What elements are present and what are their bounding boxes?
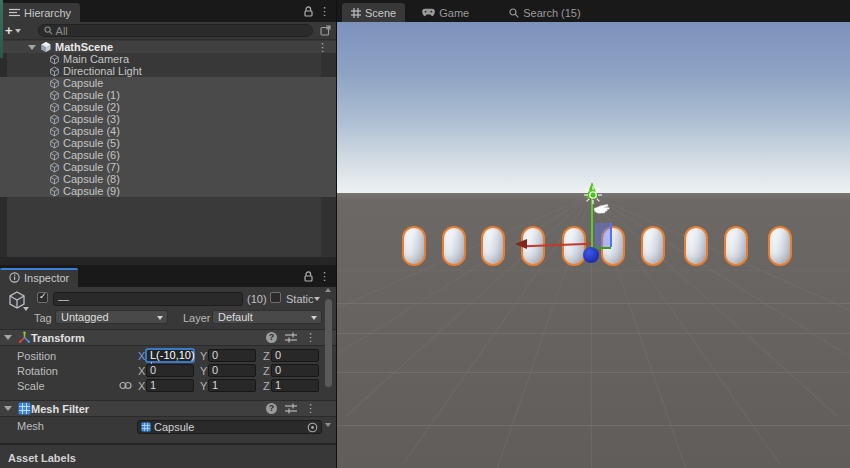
- layer-label: Layer: [183, 312, 211, 324]
- hierarchy-search-input[interactable]: All: [38, 24, 313, 37]
- hierarchy-item-capsule-6[interactable]: Capsule (6): [0, 149, 336, 161]
- help-icon[interactable]: ?: [266, 332, 277, 343]
- scale-z-field[interactable]: 1: [271, 379, 319, 392]
- hierarchy-item-capsule-9[interactable]: Capsule (9): [0, 185, 336, 197]
- scene-capsule-1[interactable]: [442, 226, 466, 266]
- inspector-body: — (10) Static Tag Untagged Layer Default: [0, 287, 336, 443]
- scene-menu-icon[interactable]: ⋮: [317, 42, 328, 53]
- scale-y-field[interactable]: 1: [208, 379, 256, 392]
- foldout-icon[interactable]: [28, 45, 36, 50]
- axis-label-y[interactable]: Y: [200, 380, 207, 392]
- lock-icon[interactable]: [304, 271, 313, 282]
- scene-capsule-9[interactable]: [768, 226, 792, 266]
- scene-capsule-6[interactable]: [641, 226, 665, 266]
- item-label: Capsule (8): [63, 173, 120, 185]
- presets-icon[interactable]: [285, 332, 297, 343]
- layer-dropdown[interactable]: Default: [212, 310, 322, 324]
- left-panel-column: Hierarchy ⋮ + All: [0, 0, 336, 468]
- search-icon: [509, 8, 519, 18]
- scene-capsule-0[interactable]: [402, 226, 426, 266]
- inspector-scrollbar[interactable]: [323, 287, 334, 443]
- tab-scene[interactable]: Scene: [342, 3, 405, 22]
- gizmo-x-arrowhead[interactable]: [515, 239, 527, 249]
- hierarchy-tabbar: Hierarchy ⋮: [0, 0, 336, 22]
- axis-label-z[interactable]: Z: [263, 365, 270, 377]
- hierarchy-scene-row[interactable]: MathScene⋮: [0, 41, 336, 53]
- hierarchy-item-main-camera[interactable]: Main Camera: [0, 53, 336, 65]
- active-checkbox[interactable]: [37, 292, 48, 303]
- scene-capsule-7[interactable]: [684, 226, 708, 266]
- gizmo-xy-plane-handle[interactable]: [595, 223, 612, 247]
- hierarchy-item-capsule-3[interactable]: Capsule (3): [0, 113, 336, 125]
- object-picker-icon[interactable]: [307, 422, 318, 433]
- tab-inspector[interactable]: Inspector: [0, 268, 78, 287]
- game-controller-icon: [422, 8, 435, 17]
- link-scale-icon[interactable]: [119, 381, 132, 390]
- component-menu-icon[interactable]: ⋮: [305, 332, 316, 343]
- mesh-row: Mesh Capsule: [0, 419, 336, 435]
- component-menu-icon[interactable]: ⋮: [305, 403, 316, 414]
- presets-icon[interactable]: [285, 403, 297, 414]
- axis-label-z[interactable]: Z: [263, 380, 270, 392]
- mesh-filter-header[interactable]: Mesh Filter ? ⋮: [0, 400, 336, 417]
- transform-header[interactable]: Transform ? ⋮: [0, 329, 336, 346]
- gizmo-z-handle[interactable]: [583, 247, 599, 263]
- item-label: Directional Light: [63, 65, 142, 77]
- rotation-y-field[interactable]: 0: [208, 364, 256, 377]
- scale-x-field[interactable]: 1: [146, 379, 194, 392]
- hierarchy-item-capsule[interactable]: Capsule: [0, 77, 336, 89]
- foldout-icon[interactable]: [4, 335, 12, 340]
- name-field[interactable]: —: [53, 292, 243, 306]
- tree-empty-area: [7, 198, 321, 257]
- create-object-button[interactable]: +: [5, 24, 21, 37]
- scroll-up-icon[interactable]: [325, 288, 331, 292]
- asset-labels-bar: Asset Labels: [0, 443, 336, 468]
- axis-label-x[interactable]: X: [138, 365, 145, 377]
- axis-label-x[interactable]: X: [138, 350, 145, 362]
- axis-label-z[interactable]: Z: [263, 350, 270, 362]
- position-z-field[interactable]: 0: [271, 349, 319, 362]
- hierarchy-item-capsule-5[interactable]: Capsule (5): [0, 137, 336, 149]
- axis-label-y[interactable]: Y: [200, 365, 207, 377]
- open-search-window-icon[interactable]: [320, 25, 331, 36]
- hierarchy-menu-icon[interactable]: ⋮: [319, 6, 330, 17]
- hierarchy-item-capsule-8[interactable]: Capsule (8): [0, 173, 336, 185]
- tab-game[interactable]: Game: [413, 3, 478, 22]
- gameobject-cube-icon: [49, 174, 60, 185]
- scroll-down-icon[interactable]: [325, 423, 331, 427]
- hierarchy-tree: MathScene⋮Main CameraDirectional LightCa…: [0, 41, 336, 257]
- mesh-object-field[interactable]: Capsule: [137, 420, 322, 434]
- hierarchy-item-capsule-7[interactable]: Capsule (7): [0, 161, 336, 173]
- lock-icon[interactable]: [304, 6, 313, 17]
- scrollbar-thumb[interactable]: [325, 299, 332, 387]
- position-x-field[interactable]: L(-10,10): [146, 349, 194, 362]
- axis-label-y[interactable]: Y: [200, 350, 207, 362]
- foldout-icon[interactable]: [4, 406, 12, 411]
- axis-label-x[interactable]: X: [138, 380, 145, 392]
- tab-search[interactable]: Search (15): [500, 3, 589, 22]
- rotation-z-field[interactable]: 0: [271, 364, 319, 377]
- panel-splitter[interactable]: [0, 257, 336, 265]
- rotation-x-field[interactable]: 0: [146, 364, 194, 377]
- hierarchy-item-capsule-2[interactable]: Capsule (2): [0, 101, 336, 113]
- tag-dropdown[interactable]: Untagged: [55, 310, 168, 324]
- static-flags-caret[interactable]: [314, 297, 320, 301]
- gameobject-cube-icon: [49, 54, 60, 65]
- hierarchy-item-directional-light[interactable]: Directional Light: [0, 65, 336, 77]
- help-icon[interactable]: ?: [266, 403, 277, 414]
- grid-line: [337, 270, 850, 271]
- scene-viewport[interactable]: [337, 22, 850, 468]
- inspector-menu-icon[interactable]: ⋮: [319, 271, 330, 282]
- hierarchy-item-capsule-1[interactable]: Capsule (1): [0, 89, 336, 101]
- scene-capsule-8[interactable]: [724, 226, 748, 266]
- asset-labels-title: Asset Labels: [8, 452, 76, 464]
- static-checkbox[interactable]: [270, 292, 281, 303]
- position-y-field[interactable]: 0: [208, 349, 256, 362]
- hierarchy-list-icon: [9, 8, 20, 17]
- tab-hierarchy[interactable]: Hierarchy: [0, 3, 80, 22]
- hierarchy-item-capsule-4[interactable]: Capsule (4): [0, 125, 336, 137]
- unity-editor-window: Hierarchy ⋮ + All: [0, 0, 850, 468]
- scene-capsule-2[interactable]: [481, 226, 505, 266]
- scene-capsule-4[interactable]: [562, 226, 586, 266]
- scene-grid-icon: [351, 8, 361, 18]
